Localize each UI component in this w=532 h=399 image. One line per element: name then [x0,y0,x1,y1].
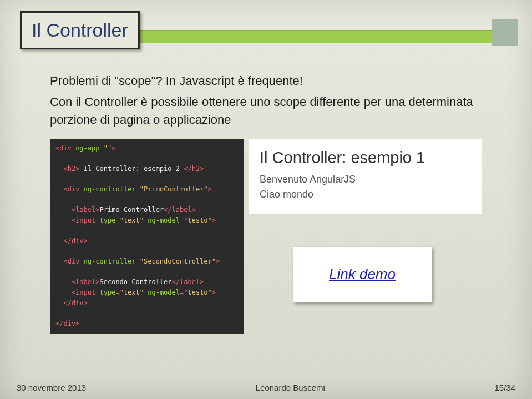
footer-date: 30 novembre 2013 [17,383,86,392]
decorative-square [492,19,518,46]
output-example: Il Controller: esempio 1 Benvenuto Angul… [249,139,482,214]
code-example: <div ng-app=""> <h2> Il Controller: esem… [50,139,244,335]
bullet-1: Problemi di "scope"? In Javascript è fre… [50,72,499,90]
link-demo-box: Link demo [293,247,432,302]
footer-pager: 15/34 [494,383,515,392]
slide-title-box: Il Controller [20,11,140,49]
output-line-2: Ciao mondo [260,189,470,200]
output-heading: Il Controller: esempio 1 [260,149,470,167]
link-demo[interactable]: Link demo [329,266,396,283]
right-column: Il Controller: esempio 1 Benvenuto Angul… [249,139,499,335]
bullet-2: Con il Controller è possibile ottenere u… [50,93,499,129]
slide-content: Problemi di "scope"? In Javascript è fre… [50,72,499,334]
output-line-1: Benvenuto AngularJS [260,174,470,185]
footer-author: Leonardo Buscemi [256,383,325,392]
slide-footer: 30 novembre 2013 Leonardo Buscemi 15/34 [17,383,515,392]
panels-row: <div ng-app=""> <h2> Il Controller: esem… [50,139,499,335]
slide-title: Il Controller [32,19,128,41]
